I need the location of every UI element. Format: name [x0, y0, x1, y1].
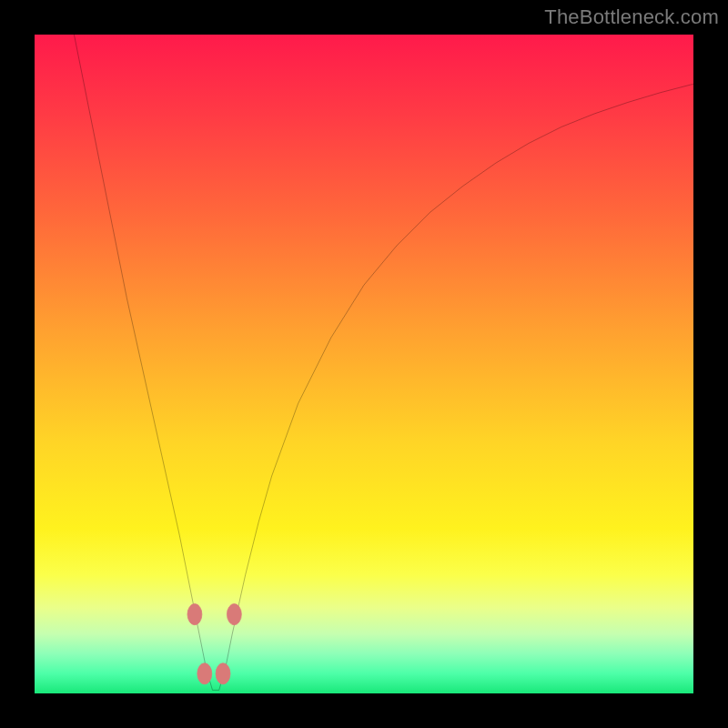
plot-area	[35, 35, 693, 693]
chart-frame: TheBottleneck.com	[0, 0, 728, 728]
watermark-text: TheBottleneck.com	[544, 5, 719, 29]
curve-markers	[187, 604, 241, 684]
curve-marker	[216, 663, 230, 684]
curve-marker	[227, 604, 241, 625]
curve-marker	[197, 663, 212, 684]
curve-marker	[187, 604, 202, 625]
bottleneck-curve	[74, 35, 693, 690]
curve-svg	[35, 35, 693, 693]
